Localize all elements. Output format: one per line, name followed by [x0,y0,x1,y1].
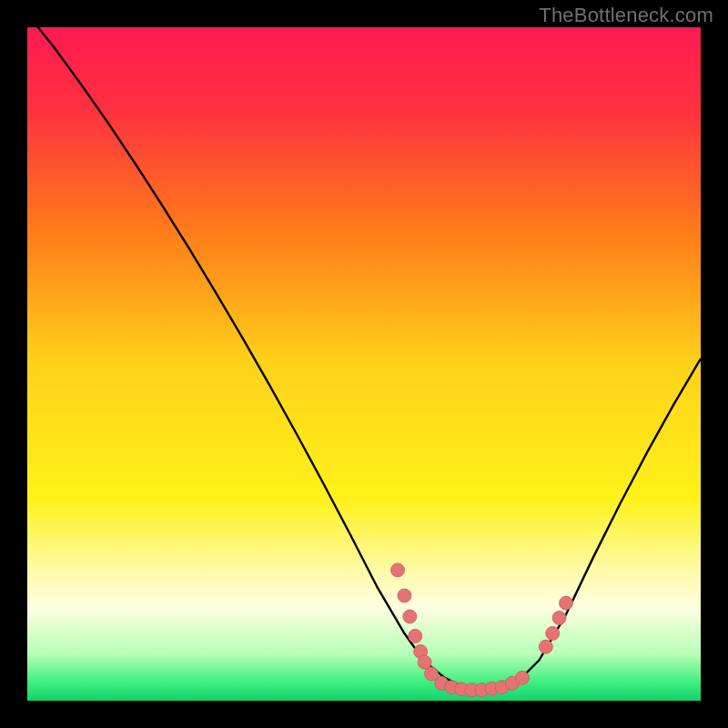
chart-svg [27,27,701,701]
data-dot [539,640,552,653]
data-dot [398,589,411,602]
data-dot [391,563,405,577]
watermark-text: TheBottleneck.com [539,4,713,27]
gradient-rect [27,27,701,701]
data-dot [560,596,573,610]
data-dot [546,627,560,641]
data-dot [515,671,529,684]
data-dot [409,629,422,642]
chart-frame: TheBottleneck.com [0,0,728,728]
plot-area [27,27,701,701]
data-dot [552,611,566,624]
data-dot [403,610,417,623]
